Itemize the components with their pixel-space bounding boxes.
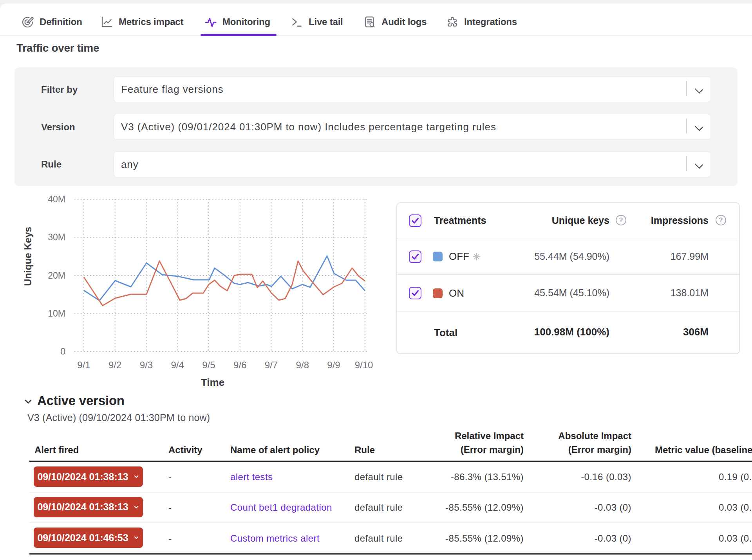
svg-text:9/6: 9/6 <box>233 360 246 370</box>
svg-text:20M: 20M <box>48 270 65 281</box>
svg-text:30M: 30M <box>48 232 65 242</box>
svg-text:9/9: 9/9 <box>327 360 340 370</box>
svg-text:10M: 10M <box>48 308 65 319</box>
svg-text:Unique Keys: Unique Keys <box>22 227 33 286</box>
svg-text:9/2: 9/2 <box>108 360 121 370</box>
svg-text:9/10: 9/10 <box>355 360 373 370</box>
svg-text:0: 0 <box>60 346 65 357</box>
svg-text:9/5: 9/5 <box>202 360 215 370</box>
svg-text:40M: 40M <box>48 194 65 204</box>
svg-text:9/8: 9/8 <box>296 360 309 370</box>
svg-text:9/1: 9/1 <box>77 360 90 370</box>
svg-text:9/3: 9/3 <box>140 360 153 370</box>
svg-text:9/4: 9/4 <box>171 360 184 370</box>
svg-text:Time: Time <box>201 376 224 388</box>
svg-text:9/7: 9/7 <box>265 360 278 370</box>
